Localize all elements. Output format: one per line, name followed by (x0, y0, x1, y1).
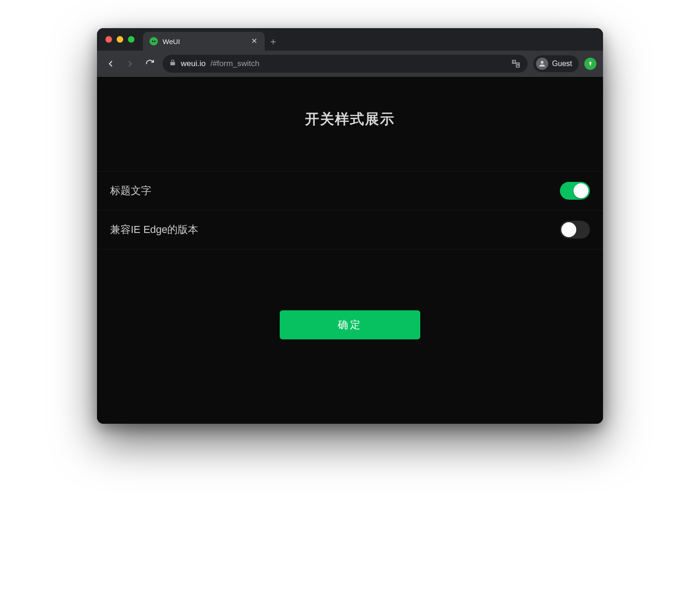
switch-cell: 标题文字 (97, 172, 603, 210)
reload-button[interactable] (143, 57, 157, 71)
profile-button[interactable]: Guest (533, 55, 579, 72)
url-host: weui.io (181, 59, 206, 68)
profile-label: Guest (552, 60, 572, 68)
switch-knob (561, 222, 576, 237)
wechat-favicon-icon (149, 37, 158, 45)
switch-toggle[interactable] (560, 182, 590, 200)
maximize-window-button[interactable] (128, 36, 134, 43)
switch-toggle[interactable] (560, 221, 590, 239)
tab-title: WeUI (163, 38, 245, 45)
switch-label: 标题文字 (110, 184, 151, 198)
page-title: 开关样式展示 (97, 110, 603, 129)
browser-tab-active[interactable]: WeUI ✕ (143, 32, 265, 51)
browser-toolbar: weui.io/#form_switch Guest (97, 51, 603, 77)
svg-point-0 (152, 41, 153, 42)
window-controls (105, 28, 143, 51)
page-content: 开关样式展示 标题文字 兼容IE Edge的版本 确定 (97, 77, 603, 396)
titlebar: WeUI ✕ ＋ (97, 28, 603, 51)
minimize-window-button[interactable] (117, 36, 123, 43)
back-button[interactable] (104, 57, 118, 71)
page-viewport: 开关样式展示 标题文字 兼容IE Edge的版本 确定 (97, 77, 603, 424)
url-path: /#form_switch (210, 59, 260, 68)
svg-point-1 (154, 41, 156, 42)
close-window-button[interactable] (105, 36, 112, 43)
forward-button[interactable] (123, 57, 137, 71)
new-tab-button[interactable]: ＋ (265, 32, 282, 51)
avatar-icon (536, 58, 548, 70)
lock-icon (169, 59, 176, 68)
translate-icon[interactable] (511, 59, 521, 69)
browser-window: WeUI ✕ ＋ weui.io/#form_switch (97, 28, 603, 424)
tab-strip: WeUI ✕ ＋ (143, 28, 603, 51)
button-area: 确定 (97, 310, 603, 339)
switch-label: 兼容IE Edge的版本 (110, 223, 198, 237)
confirm-button[interactable]: 确定 (280, 310, 420, 339)
address-bar[interactable]: weui.io/#form_switch (163, 55, 528, 73)
close-tab-icon[interactable]: ✕ (250, 37, 258, 45)
extension-update-icon[interactable] (584, 58, 596, 70)
switch-cell: 兼容IE Edge的版本 (97, 210, 603, 249)
switch-knob (573, 183, 588, 198)
switch-cell-group: 标题文字 兼容IE Edge的版本 (97, 171, 603, 249)
